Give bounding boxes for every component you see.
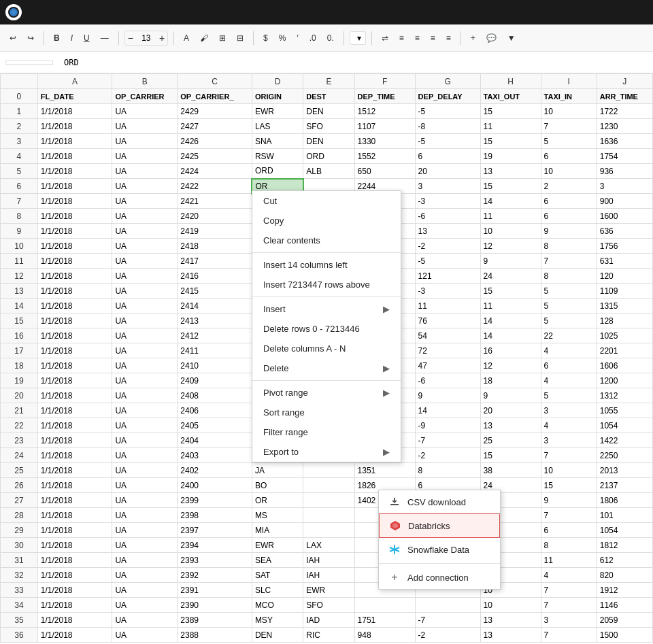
cell-30-a[interactable]: 1/1/2018 <box>37 538 112 553</box>
cell-22-i[interactable]: 4 <box>541 418 597 433</box>
cell-25-h[interactable]: 38 <box>480 463 541 478</box>
menu-edit[interactable] <box>46 10 60 15</box>
cell-16-i[interactable]: 22 <box>541 328 597 343</box>
cell-16-a[interactable]: 1/1/2018 <box>37 328 112 343</box>
cell-18-j[interactable]: 1606 <box>597 358 652 373</box>
cell-0-j[interactable]: ARR_TIME <box>597 89 652 104</box>
cell-5-f[interactable]: 650 <box>354 164 415 179</box>
cell-30-b[interactable]: UA <box>112 538 178 553</box>
cell-2-f[interactable]: 1107 <box>354 119 415 134</box>
cell-13-h[interactable]: 15 <box>480 284 541 299</box>
cell-7-g[interactable]: -3 <box>415 194 480 209</box>
cell-0-g[interactable]: DEP_DELAY <box>415 89 480 104</box>
cell-20-b[interactable]: UA <box>112 388 178 403</box>
cell-15-b[interactable]: UA <box>112 313 178 328</box>
cell-7-b[interactable]: UA <box>112 194 178 209</box>
cell-22-c[interactable]: 2405 <box>178 418 252 433</box>
cell-19-b[interactable]: UA <box>112 373 178 388</box>
cell-9-j[interactable]: 636 <box>597 224 652 239</box>
cell-21-h[interactable]: 20 <box>480 403 541 418</box>
cell-17-j[interactable]: 2201 <box>597 343 652 358</box>
font-size-increase[interactable]: + <box>156 31 167 45</box>
cell-31-d[interactable]: SEA <box>252 553 303 568</box>
cell-8-b[interactable]: UA <box>112 209 178 224</box>
cell-2-e[interactable]: SFO <box>303 119 354 134</box>
cell-13-b[interactable]: UA <box>112 284 178 299</box>
cell-3-d[interactable]: SNA <box>252 134 303 149</box>
cell-18-a[interactable]: 1/1/2018 <box>37 358 112 373</box>
context-menu-item-export-to[interactable]: Export to▶ <box>252 442 401 462</box>
cell-5-g[interactable]: 20 <box>415 164 480 179</box>
cell-28-j[interactable]: 101 <box>597 508 652 523</box>
cell-35-e[interactable]: IAD <box>303 613 354 628</box>
cell-33-e[interactable]: EWR <box>303 583 354 598</box>
cell-21-i[interactable]: 3 <box>541 403 597 418</box>
cell-23-c[interactable]: 2404 <box>178 433 252 448</box>
cell-26-i[interactable]: 15 <box>541 478 597 493</box>
context-menu-item-insert-7213447-rows-above[interactable]: Insert 7213447 rows above <box>252 275 401 294</box>
cell-29-a[interactable]: 1/1/2018 <box>37 523 112 538</box>
cell-35-c[interactable]: 2389 <box>178 613 252 628</box>
cell-20-g[interactable]: 9 <box>415 388 480 403</box>
undo-button[interactable]: ↩ <box>5 31 20 45</box>
cell-14-i[interactable]: 5 <box>541 299 597 313</box>
cell-25-e[interactable] <box>303 463 354 478</box>
cell-17-a[interactable]: 1/1/2018 <box>37 343 112 358</box>
cell-15-i[interactable]: 5 <box>541 313 597 328</box>
cell-7-a[interactable]: 1/1/2018 <box>37 194 112 209</box>
cell-20-a[interactable]: 1/1/2018 <box>37 388 112 403</box>
cell-3-e[interactable]: DEN <box>303 134 354 149</box>
cell-12-j[interactable]: 120 <box>597 269 652 284</box>
format-dropdown[interactable]: ▾ <box>350 31 366 45</box>
cell-3-j[interactable]: 1636 <box>597 134 652 149</box>
cell-21-j[interactable]: 1055 <box>597 403 652 418</box>
cell-25-a[interactable]: 1/1/2018 <box>37 463 112 478</box>
cell-5-a[interactable]: 1/1/2018 <box>37 164 112 179</box>
cell-14-g[interactable]: 11 <box>415 299 480 313</box>
cell-36-c[interactable]: 2388 <box>178 628 252 643</box>
context-menu-item-filter-range[interactable]: Filter range <box>252 422 401 442</box>
cell-32-j[interactable]: 820 <box>597 568 652 583</box>
cell-5-h[interactable]: 13 <box>480 164 541 179</box>
cell-1-g[interactable]: -5 <box>415 104 480 119</box>
cell-27-j[interactable]: 1806 <box>597 493 652 508</box>
cell-34-h[interactable]: 10 <box>480 598 541 613</box>
cell-1-c[interactable]: 2429 <box>178 104 252 119</box>
cell-1-f[interactable]: 1512 <box>354 104 415 119</box>
cell-35-h[interactable]: 13 <box>480 613 541 628</box>
cell-16-h[interactable]: 14 <box>480 328 541 343</box>
cell-34-d[interactable]: MCO <box>252 598 303 613</box>
cell-36-j[interactable]: 1500 <box>597 628 652 643</box>
cell-35-j[interactable]: 2059 <box>597 613 652 628</box>
cell-36-e[interactable]: RIC <box>303 628 354 643</box>
cell-19-j[interactable]: 1200 <box>597 373 652 388</box>
cell-26-d[interactable]: BO <box>252 478 303 493</box>
cell-15-h[interactable]: 14 <box>480 313 541 328</box>
cell-18-c[interactable]: 2410 <box>178 358 252 373</box>
cell-30-e[interactable]: LAX <box>303 538 354 553</box>
cell-35-g[interactable]: -7 <box>415 613 480 628</box>
context-menu-item-pivot-range[interactable]: Pivot range▶ <box>252 383 401 403</box>
cell-32-d[interactable]: SAT <box>252 568 303 583</box>
borders-button[interactable]: ⊞ <box>215 31 230 45</box>
cell-8-h[interactable]: 11 <box>480 209 541 224</box>
cell-5-j[interactable]: 936 <box>597 164 652 179</box>
cell-10-a[interactable]: 1/1/2018 <box>37 239 112 254</box>
cell-5-c[interactable]: 2424 <box>178 164 252 179</box>
cell-4-c[interactable]: 2425 <box>178 149 252 164</box>
cell-12-h[interactable]: 24 <box>480 269 541 284</box>
cell-8-i[interactable]: 6 <box>541 209 597 224</box>
cell-25-b[interactable]: UA <box>112 463 178 478</box>
cell-4-j[interactable]: 1754 <box>597 149 652 164</box>
cell-10-c[interactable]: 2418 <box>178 239 252 254</box>
cell-7-h[interactable]: 14 <box>480 194 541 209</box>
cell-6-j[interactable]: 3 <box>597 179 652 194</box>
cell-6-g[interactable]: 3 <box>415 179 480 194</box>
export-item-add-connection[interactable]: +Add connection <box>379 566 500 589</box>
cell-34-e[interactable]: SFO <box>303 598 354 613</box>
cell-30-j[interactable]: 1812 <box>597 538 652 553</box>
cell-31-a[interactable]: 1/1/2018 <box>37 553 112 568</box>
cell-25-i[interactable]: 10 <box>541 463 597 478</box>
cell-27-d[interactable]: OR <box>252 493 303 508</box>
cell-4-d[interactable]: RSW <box>252 149 303 164</box>
